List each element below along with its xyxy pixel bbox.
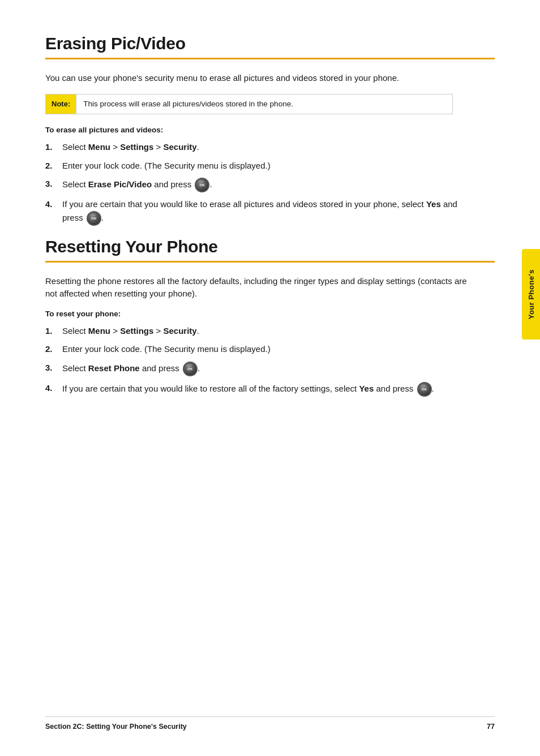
page-footer: Section 2C: Setting Your Phone's Securit… bbox=[45, 716, 495, 731]
yes-bold: Yes bbox=[359, 384, 374, 393]
ok-button-icon: OK bbox=[183, 362, 198, 376]
section2-steps-heading: To reset your phone: bbox=[45, 310, 495, 318]
section1-divider bbox=[45, 58, 495, 59]
ok-inner-label: OK bbox=[200, 183, 205, 187]
step-number: 4. bbox=[45, 198, 62, 211]
section2-resetting: Resetting Your Phone Resetting the phone… bbox=[45, 237, 495, 397]
step-content: Select Menu > Settings > Security. bbox=[62, 141, 470, 154]
yes-bold: Yes bbox=[426, 199, 441, 209]
ok-button-icon: OK bbox=[87, 211, 101, 226]
step-content: Enter your lock code. (The Security menu… bbox=[62, 343, 470, 356]
section1-heading: Erasing Pic/Video bbox=[45, 34, 495, 53]
section2-steps-list: 1. Select Menu > Settings > Security. 2.… bbox=[45, 325, 495, 397]
note-label: Note: bbox=[46, 94, 76, 114]
section1-step4: 4. If you are certain that you would lik… bbox=[45, 198, 470, 226]
section1-steps-heading: To erase all pictures and videos: bbox=[45, 126, 495, 134]
step-content: Select Erase Pic/Video and press OK . bbox=[62, 178, 470, 192]
note-box: Note: This process will erase all pictur… bbox=[45, 94, 453, 115]
section2-step4: 4. If you are certain that you would lik… bbox=[45, 382, 470, 397]
ok-button-icon: OK bbox=[417, 382, 432, 397]
ok-inner-label: OK bbox=[187, 367, 193, 371]
side-tab-text: Your Phone's bbox=[527, 269, 535, 319]
step-number: 1. bbox=[45, 141, 62, 154]
ok-inner-label: OK bbox=[91, 217, 97, 220]
step-number: 2. bbox=[45, 343, 62, 356]
section1-erasing: Erasing Pic/Video You can use your phone… bbox=[45, 34, 495, 226]
section1-step3: 3. Select Erase Pic/Video and press OK . bbox=[45, 178, 470, 192]
step-number: 1. bbox=[45, 325, 62, 338]
footer-section-text: Section 2C: Setting Your Phone's Securit… bbox=[45, 723, 187, 731]
ok-inner-label: OK bbox=[422, 388, 427, 391]
step-content: If you are certain that you would like t… bbox=[62, 198, 470, 226]
section1-step1: 1. Select Menu > Settings > Security. bbox=[45, 141, 470, 154]
note-content: This process will erase all pictures/vid… bbox=[76, 94, 300, 114]
step-number: 4. bbox=[45, 382, 62, 395]
erase-pic-bold: Erase Pic/Video bbox=[88, 179, 152, 189]
step-number: 2. bbox=[45, 160, 62, 173]
menu-bold: Menu bbox=[88, 142, 110, 152]
security-bold: Security bbox=[163, 326, 196, 336]
step-content: If you are certain that you would like t… bbox=[62, 382, 470, 397]
step-content: Enter your lock code. (The Security menu… bbox=[62, 160, 470, 173]
side-tab: Your Phone's bbox=[522, 249, 540, 340]
section1-intro: You can use your phone's security menu t… bbox=[45, 72, 470, 85]
menu-bold: Menu bbox=[88, 326, 110, 336]
section1-step2: 2. Enter your lock code. (The Security m… bbox=[45, 160, 470, 173]
ok-button-icon: OK bbox=[195, 178, 209, 192]
section2-divider bbox=[45, 261, 495, 263]
page-container: Erasing Pic/Video You can use your phone… bbox=[0, 0, 540, 756]
section2-step1: 1. Select Menu > Settings > Security. bbox=[45, 325, 470, 338]
step-number: 3. bbox=[45, 362, 62, 375]
reset-phone-bold: Reset Phone bbox=[88, 363, 140, 373]
step-content: Select Menu > Settings > Security. bbox=[62, 325, 470, 338]
footer-page-number: 77 bbox=[487, 723, 495, 731]
step-content: Select Reset Phone and press OK . bbox=[62, 362, 470, 376]
section1-steps-list: 1. Select Menu > Settings > Security. 2.… bbox=[45, 141, 495, 226]
step-number: 3. bbox=[45, 178, 62, 191]
settings-bold: Settings bbox=[120, 326, 153, 336]
section2-step2: 2. Enter your lock code. (The Security m… bbox=[45, 343, 470, 356]
security-bold: Security bbox=[163, 142, 196, 152]
settings-bold: Settings bbox=[120, 142, 153, 152]
section2-step3: 3. Select Reset Phone and press OK . bbox=[45, 362, 470, 376]
section2-heading: Resetting Your Phone bbox=[45, 237, 495, 256]
section2-intro: Resetting the phone restores all the fac… bbox=[45, 275, 470, 300]
